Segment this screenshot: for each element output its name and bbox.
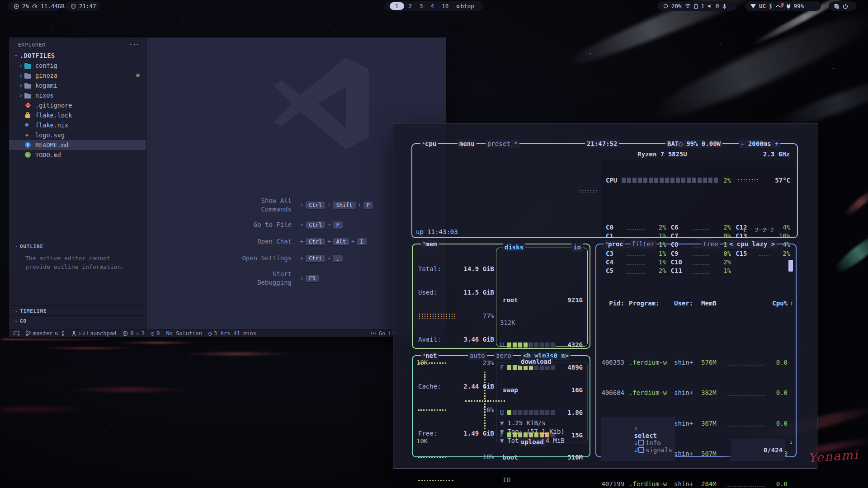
info-hint[interactable]: info bbox=[646, 439, 661, 446]
net-box: ³net auto zero <b wlp3s0 n> 10K 10K down… bbox=[412, 355, 590, 457]
workspace-btop[interactable]: ⚙btop bbox=[453, 3, 477, 9]
error-icon bbox=[123, 331, 128, 336]
file-icon bbox=[24, 132, 33, 138]
shortcut-row: Open Chat +Ctrl+Alt+I bbox=[192, 236, 418, 247]
uptime: up 11:43:03 bbox=[416, 228, 458, 235]
workspace-1[interactable]: 1 bbox=[390, 2, 404, 10]
cpu-usage: 2% bbox=[22, 3, 29, 9]
vscode-status-bar: master ↻ Launchpad 0 ⚠ 2 ◎ 0 No Solution bbox=[9, 329, 446, 337]
btop-menu-button[interactable]: menu bbox=[458, 140, 476, 148]
workspace-2[interactable]: 2 bbox=[406, 3, 415, 9]
io-title[interactable]: io bbox=[571, 243, 583, 252]
tree-root[interactable]: .DOTFILES bbox=[9, 51, 146, 61]
sync-icon[interactable]: ↻ bbox=[55, 330, 58, 337]
file-tree: config ginoza bbox=[9, 61, 146, 160]
proc-table-header: Pid: Program: User: MemB Cpu% ↑ bbox=[596, 299, 796, 307]
shortcut-row: Go to File +Ctrl+P bbox=[192, 220, 418, 230]
process-row[interactable]: 407199 .ferdium-w shin+ 284M 0.0 bbox=[596, 480, 796, 488]
solution-status[interactable]: No Solution bbox=[166, 330, 202, 337]
tree-item[interactable]: nixos bbox=[9, 90, 146, 100]
workspace-10[interactable]: 10 bbox=[439, 3, 452, 9]
mem-avail: 3.46 GiB bbox=[451, 336, 494, 343]
upload-stats: ▲1.46 KiB/s▲Top: (39.1 Kib)▲Total: 83.0 … bbox=[496, 460, 587, 488]
proc-sort-control[interactable]: < cpu lazy > bbox=[727, 240, 777, 249]
tree-item[interactable]: config bbox=[9, 61, 146, 70]
net-zero-button[interactable]: zero bbox=[494, 352, 513, 360]
proc-filter-button[interactable]: filter bbox=[630, 240, 656, 249]
shortcut-label: Show All Commands bbox=[192, 197, 292, 214]
cpu-trail bbox=[726, 360, 765, 366]
brightness-value: 20% bbox=[671, 3, 682, 9]
cpu-pct: 0.0 bbox=[769, 420, 788, 427]
scroll-down-arrow[interactable]: ↓ bbox=[789, 438, 793, 446]
go-section-header[interactable]: GO bbox=[9, 315, 146, 326]
key-chip: F5 bbox=[306, 275, 318, 282]
shortcut-row: Open Settings +Ctrl+, bbox=[192, 253, 418, 264]
cpu-box-title[interactable]: ¹cpu bbox=[420, 140, 438, 148]
chevron-down-icon bbox=[14, 243, 19, 250]
tree-item[interactable]: TODO.md bbox=[9, 150, 146, 160]
mem: 576M bbox=[701, 359, 722, 366]
key-chip: Ctrl bbox=[306, 238, 325, 245]
core-row: C62% bbox=[671, 223, 731, 231]
problems-button[interactable]: 0 ⚠ 2 bbox=[123, 330, 145, 337]
workspace-4[interactable]: 4 bbox=[428, 3, 438, 9]
outline-message: The active editor cannot provide outline… bbox=[25, 254, 134, 272]
shortcut-label: Start Debugging bbox=[192, 270, 292, 287]
net-auto-button[interactable]: auto bbox=[468, 352, 487, 360]
mem-box-title[interactable]: ²mem bbox=[421, 240, 439, 249]
update-interval-control[interactable]: - 2000ms + bbox=[739, 140, 780, 148]
pet-icon bbox=[71, 4, 76, 9]
tree-item[interactable]: ginoza bbox=[9, 70, 146, 80]
outline-section-header[interactable]: OUTLINE bbox=[9, 241, 146, 251]
workspace-3[interactable]: 3 bbox=[416, 3, 426, 9]
indicators-pill-1[interactable]: 20% 1 0 bbox=[658, 1, 736, 11]
warning-count: 2 bbox=[142, 330, 145, 337]
remote-window-button[interactable] bbox=[14, 331, 19, 336]
btop-preset-button[interactable]: preset * bbox=[486, 140, 519, 148]
scrollbar-thumb[interactable] bbox=[788, 260, 793, 272]
tree-item[interactable]: logo.svg bbox=[9, 130, 146, 140]
ports-button[interactable]: ◎ 0 bbox=[151, 330, 160, 337]
top-status-bar: 2% 11.44GB 21:47 1 2 3 4 10 ⚙btop 20% bbox=[0, 0, 868, 12]
vscode-logo-watermark bbox=[269, 51, 373, 164]
link-icon bbox=[79, 331, 85, 335]
select-hint[interactable]: select bbox=[634, 432, 657, 439]
timeline-section-header[interactable]: TIMELINE bbox=[9, 305, 146, 316]
error-count: 0 bbox=[130, 330, 133, 337]
indicators-pill-2[interactable]: UC ᛒ 99% bbox=[745, 1, 821, 11]
time-tracker[interactable]: ◷ 3 hrs 41 mins bbox=[208, 330, 256, 337]
tree-item[interactable]: .gitignore bbox=[9, 100, 146, 110]
system-monitor-pill[interactable]: 2% 11.44GB bbox=[8, 1, 60, 11]
tree-item[interactable]: kogami bbox=[9, 80, 146, 90]
tree-item[interactable]: README.md bbox=[9, 140, 146, 150]
tree-item[interactable]: flake.nix bbox=[9, 120, 146, 130]
process-row[interactable]: 406353 .ferdium-w shin+ 576M 0.0 bbox=[596, 358, 796, 366]
signals-hint[interactable]: signals bbox=[646, 446, 672, 454]
memory-gauge-icon bbox=[32, 4, 38, 9]
launchpad-button[interactable]: Launchpad bbox=[71, 330, 116, 337]
user: shin+ bbox=[674, 389, 698, 396]
mem-used: 11.5 GiB bbox=[451, 289, 494, 296]
power-icon[interactable] bbox=[843, 4, 848, 9]
warning-icon: ⚠ bbox=[136, 330, 139, 337]
key-chip: P bbox=[363, 202, 373, 209]
chevron-right-icon bbox=[13, 318, 20, 324]
git-graph-icon[interactable] bbox=[61, 330, 65, 336]
clock-icon: ◷ bbox=[208, 330, 212, 337]
user: shin+ bbox=[674, 480, 698, 488]
cpu-graph-dots bbox=[579, 189, 599, 194]
clipboard-icon[interactable] bbox=[834, 4, 840, 9]
process-row[interactable]: 406684 .ferdium-w shin+ 382M 0.0 bbox=[596, 389, 796, 397]
clock-pill[interactable]: 21:47 bbox=[66, 1, 100, 11]
disks-title[interactable]: disks bbox=[503, 243, 525, 252]
file-label: kogami bbox=[35, 82, 57, 89]
tree-item[interactable]: flake.lock bbox=[9, 110, 146, 120]
cpu-pct: 0.0 bbox=[769, 389, 788, 396]
upload-label: upload bbox=[519, 438, 546, 446]
more-actions-icon[interactable] bbox=[129, 42, 140, 48]
git-branch-button[interactable]: master ↻ bbox=[26, 330, 65, 337]
proc-tree-button[interactable]: tree bbox=[701, 240, 720, 249]
proc-box-title[interactable]: ⁴proc bbox=[604, 240, 625, 249]
notification-dot bbox=[781, 3, 784, 6]
